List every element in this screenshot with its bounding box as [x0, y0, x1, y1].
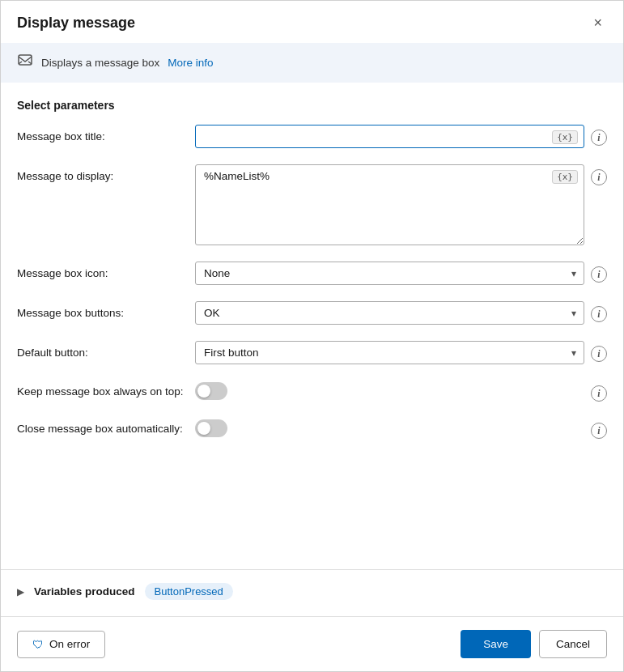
message-box-icon-control: None Information Warning Error ▾ i [195, 262, 607, 285]
on-error-label: On error [49, 638, 90, 650]
message-to-display-info-icon[interactable]: i [591, 169, 607, 185]
message-to-display-label: Message to display: [17, 164, 195, 182]
message-to-display-control: {x} i [195, 164, 607, 245]
keep-on-top-label: Keep message box always on top: [17, 385, 195, 398]
message-box-buttons-label: Message box buttons: [17, 301, 195, 319]
variables-label: Variables produced [34, 585, 135, 598]
message-to-display-var-badge[interactable]: {x} [552, 170, 578, 184]
dialog-title: Display message [17, 15, 135, 32]
message-box-icon-select-wrap: None Information Warning Error ▾ [195, 262, 584, 285]
message-box-icon-info-icon[interactable]: i [591, 266, 607, 283]
message-box-buttons-row: Message box buttons: OK OK - Cancel Yes … [17, 301, 607, 325]
close-button[interactable]: × [588, 14, 607, 32]
display-message-dialog: Display message × Displays a message box… [0, 0, 624, 672]
close-auto-toggle[interactable] [195, 419, 227, 437]
divider [1, 569, 623, 570]
banner-description: Displays a message box [41, 57, 159, 69]
message-box-title-label: Message box title: [17, 125, 195, 142]
cancel-button[interactable]: Cancel [539, 630, 607, 658]
message-box-buttons-select[interactable]: OK OK - Cancel Yes - No [195, 301, 584, 325]
variables-expand-icon[interactable]: ▶ [17, 586, 24, 598]
message-to-display-row: Message to display: {x} i [17, 164, 607, 245]
save-button[interactable]: Save [461, 630, 531, 658]
close-auto-control: i [195, 418, 607, 439]
footer-right: Save Cancel [461, 630, 607, 658]
keep-on-top-control: i [195, 381, 607, 402]
message-box-title-input[interactable]: Name List From excel [195, 125, 584, 148]
message-box-title-info-icon[interactable]: i [591, 130, 607, 146]
message-box-icon-label: Message box icon: [17, 262, 195, 279]
message-box-icon-row: Message box icon: None Information Warni… [17, 262, 607, 285]
message-box-title-input-wrap: Name List From excel {x} [195, 125, 584, 148]
message-box-title-var-badge[interactable]: {x} [552, 130, 578, 144]
variables-produced-row: ▶ Variables produced ButtonPressed [1, 583, 623, 616]
default-button-select[interactable]: First button Second button [195, 341, 584, 364]
more-info-link[interactable]: More info [168, 57, 213, 69]
params-area: Message box title: Name List From excel … [1, 125, 623, 563]
message-to-display-input-wrap: {x} [195, 164, 584, 245]
keep-on-top-row: Keep message box always on top: i [17, 381, 607, 402]
default-button-info-icon[interactable]: i [591, 346, 607, 362]
button-pressed-chip[interactable]: ButtonPressed [145, 583, 233, 600]
message-box-icon-select[interactable]: None Information Warning Error [195, 262, 584, 285]
default-button-label: Default button: [17, 341, 195, 359]
close-auto-label: Close message box automatically: [17, 423, 195, 435]
keep-on-top-info-icon[interactable]: i [591, 385, 607, 402]
close-auto-row: Close message box automatically: i [17, 418, 607, 439]
on-error-button[interactable]: 🛡 On error [17, 631, 105, 658]
message-box-buttons-control: OK OK - Cancel Yes - No ▾ i [195, 301, 607, 325]
keep-on-top-toggle[interactable] [195, 382, 227, 400]
dialog-header: Display message × [1, 1, 623, 43]
message-box-buttons-info-icon[interactable]: i [591, 306, 607, 322]
shield-icon: 🛡 [32, 638, 44, 651]
default-button-row: Default button: First button Second butt… [17, 341, 607, 364]
message-box-title-row: Message box title: Name List From excel … [17, 125, 607, 148]
default-button-control: First button Second button ▾ i [195, 341, 607, 364]
message-box-title-control: Name List From excel {x} i [195, 125, 607, 148]
message-box-buttons-select-wrap: OK OK - Cancel Yes - No ▾ [195, 301, 584, 325]
info-banner: Displays a message box More info [1, 43, 623, 83]
footer: 🛡 On error Save Cancel [1, 616, 623, 671]
message-to-display-textarea[interactable] [195, 164, 584, 245]
section-title: Select parameters [1, 83, 623, 125]
close-auto-slider [195, 419, 227, 437]
default-button-select-wrap: First button Second button ▾ [195, 341, 584, 364]
message-box-icon [17, 53, 33, 73]
keep-on-top-slider [195, 382, 227, 400]
svg-rect-0 [19, 55, 32, 65]
close-auto-info-icon[interactable]: i [591, 423, 607, 439]
